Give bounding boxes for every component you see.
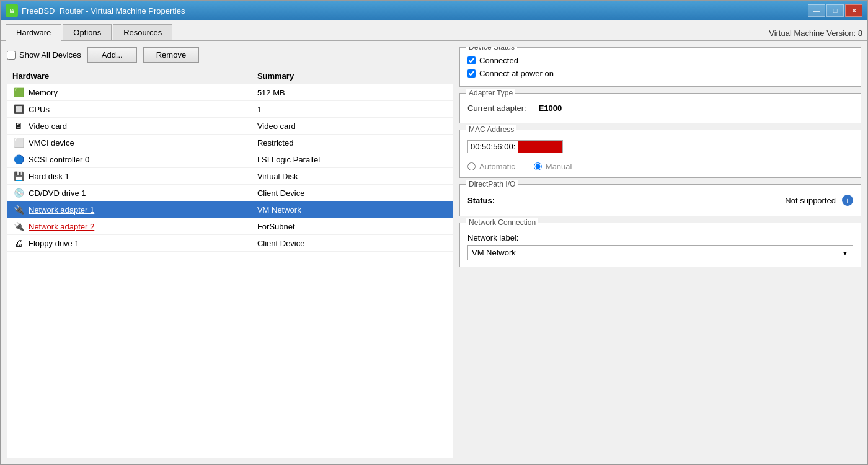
network2-icon: 🔌 <box>12 221 25 231</box>
vmci-icon: ⬜ <box>12 138 25 148</box>
table-header: Hardware Summary <box>7 68 453 84</box>
app-icon: 🖥 <box>6 4 18 17</box>
add-button[interactable]: Add... <box>87 47 137 63</box>
harddisk-icon: 💾 <box>12 171 25 181</box>
mac-input-row: 00:50:56:00: ██████ <box>467 136 853 157</box>
right-panel: Device Status Connected Connect at power… <box>459 47 861 458</box>
header-hardware: Hardware <box>7 68 252 84</box>
info-icon[interactable]: i <box>842 195 853 206</box>
content-area: Show All Devices Add... Remove Hardware … <box>1 41 867 464</box>
device-name: Network adapter 1 <box>29 205 94 215</box>
hardware-cell: 🖥 Video card <box>7 118 252 134</box>
mac-redacted: ██████ <box>518 141 562 153</box>
summary-cell: Client Device <box>252 185 453 201</box>
table-row[interactable]: 🔲 CPUs 1 <box>7 101 453 118</box>
network-connection-group: Network Connection Network label: VM Net… <box>459 223 861 267</box>
videocard-icon: 🖥 <box>12 121 25 131</box>
toolbar: Show All Devices Add... Remove <box>7 47 453 63</box>
current-adapter-label: Current adapter: <box>467 104 526 113</box>
manual-radio-label[interactable]: Manual <box>534 162 572 171</box>
floppy-icon: 🖨 <box>12 238 25 248</box>
cpu-icon: 🔲 <box>12 104 25 114</box>
hardware-cell: 🟩 Memory <box>7 84 252 100</box>
tab-options[interactable]: Options <box>63 24 112 40</box>
automatic-radio[interactable] <box>467 162 476 170</box>
directpath-title: DirectPath I/O <box>466 180 518 188</box>
maximize-button[interactable]: □ <box>826 4 844 17</box>
minimize-button[interactable]: — <box>808 4 825 17</box>
table-row[interactable]: 🖨 Floppy drive 1 Client Device <box>7 235 453 252</box>
manual-radio[interactable] <box>534 162 542 170</box>
window-controls: — □ ✕ <box>808 4 862 17</box>
device-status-title: Device Status <box>466 47 517 51</box>
tabs: Hardware Options Resources <box>6 24 174 40</box>
directpath-row: Status: Not supported i <box>467 191 853 210</box>
current-adapter-value: E1000 <box>539 104 562 113</box>
close-button[interactable]: ✕ <box>845 4 862 17</box>
adapter-type-group: Adapter Type Current adapter: E1000 <box>459 93 861 123</box>
device-name: Memory <box>29 88 58 97</box>
memory-icon: 🟩 <box>12 87 25 97</box>
table-row[interactable]: 🔌 Network adapter 2 ForSubnet <box>7 218 453 235</box>
hardware-cell: ⬜ VMCI device <box>7 135 252 151</box>
connected-checkbox[interactable] <box>467 56 476 64</box>
device-name: Floppy drive 1 <box>29 239 79 248</box>
summary-cell: ForSubnet <box>252 218 453 234</box>
connected-label[interactable]: Connected <box>467 56 518 65</box>
title-bar-left: 🖥 FreeBSD_Router - Virtual Machine Prope… <box>6 4 185 17</box>
header-summary: Summary <box>252 68 453 84</box>
summary-cell: 1 <box>252 101 453 117</box>
hardware-cell: 💿 CD/DVD drive 1 <box>7 185 252 201</box>
connected-row: Connected <box>467 54 853 67</box>
hardware-cell: 🔌 Network adapter 1 <box>7 202 252 218</box>
automatic-radio-label[interactable]: Automatic <box>467 162 515 171</box>
tab-hardware[interactable]: Hardware <box>6 24 61 41</box>
cdrom-icon: 💿 <box>12 188 25 198</box>
remove-button[interactable]: Remove <box>143 47 199 63</box>
device-name: CPUs <box>29 105 50 114</box>
summary-cell: Virtual Disk <box>252 168 453 184</box>
window-title: FreeBSD_Router - Virtual Machine Propert… <box>22 6 185 16</box>
show-all-devices-text: Show All Devices <box>19 50 81 60</box>
device-status-group: Device Status Connected Connect at power… <box>459 47 861 87</box>
show-all-devices-checkbox[interactable] <box>7 51 16 60</box>
network-icon: 🔌 <box>12 205 25 215</box>
table-row[interactable]: 🟩 Memory 512 MB <box>7 84 453 101</box>
network-label-row: Network label: <box>467 229 853 245</box>
hardware-cell: 🔵 SCSI controller 0 <box>7 151 252 167</box>
manual-text: Manual <box>546 162 572 171</box>
summary-cell: VM Network <box>252 202 453 218</box>
connect-power-on-label[interactable]: Connect at power on <box>467 69 554 78</box>
directpath-status-value: Not supported <box>785 196 836 205</box>
adapter-type-title: Adapter Type <box>466 89 515 97</box>
connect-power-on-checkbox[interactable] <box>467 69 476 78</box>
table-row[interactable]: ⬜ VMCI device Restricted <box>7 135 453 151</box>
mac-address-title: MAC Address <box>466 125 516 134</box>
table-row[interactable]: 🔵 SCSI controller 0 LSI Logic Parallel <box>7 151 453 168</box>
summary-cell: 512 MB <box>252 84 453 100</box>
vm-version-label: Virtual Machine Version: 8 <box>769 29 862 40</box>
summary-cell: LSI Logic Parallel <box>252 151 453 167</box>
adapter-row: Current adapter: E1000 <box>467 100 853 117</box>
table-row[interactable]: 💾 Hard disk 1 Virtual Disk <box>7 168 453 185</box>
connect-power-on-row: Connect at power on <box>467 67 853 80</box>
device-name: Hard disk 1 <box>29 172 69 181</box>
table-row[interactable]: 🖥 Video card Video card <box>7 118 453 135</box>
device-name: Video card <box>29 122 67 131</box>
device-name: VMCI device <box>29 138 74 148</box>
hardware-cell: 🔲 CPUs <box>7 101 252 117</box>
directpath-status-label: Status: <box>467 196 495 205</box>
table-row[interactable]: 🔌 Network adapter 1 VM Network <box>7 202 453 218</box>
table-row[interactable]: 💿 CD/DVD drive 1 Client Device <box>7 185 453 202</box>
mac-prefix: 00:50:56:00: <box>468 141 518 153</box>
show-all-devices-label[interactable]: Show All Devices <box>7 50 81 60</box>
device-name: Network adapter 2 <box>29 222 94 231</box>
network-connection-title: Network Connection <box>466 218 538 227</box>
network-select[interactable]: VM NetworkForSubnetManagement Network <box>467 245 853 260</box>
mac-radio-group: Automatic Manual <box>467 162 853 171</box>
left-panel: Show All Devices Add... Remove Hardware … <box>7 47 453 458</box>
summary-cell: Video card <box>252 118 453 134</box>
hardware-table: Hardware Summary 🟩 Memory 512 MB 🔲 CPUs <box>7 68 453 458</box>
summary-cell: Restricted <box>252 135 453 151</box>
tab-resources[interactable]: Resources <box>113 24 172 40</box>
